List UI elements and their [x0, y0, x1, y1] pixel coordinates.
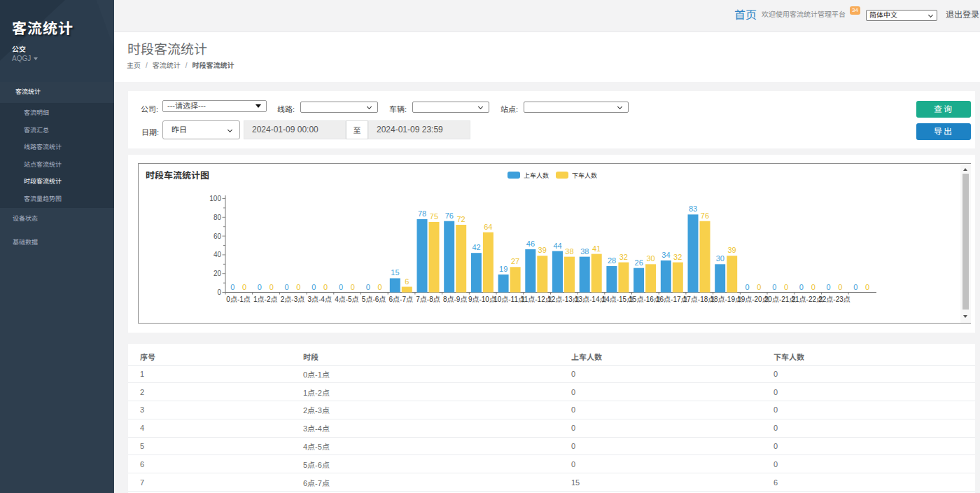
svg-text:38: 38	[565, 247, 573, 256]
svg-text:0: 0	[772, 283, 776, 291]
svg-text:1点-2点: 1点-2点	[253, 296, 277, 303]
svg-text:0: 0	[323, 283, 328, 291]
svg-text:30: 30	[646, 254, 654, 263]
svg-text:0: 0	[799, 283, 804, 291]
svg-text:4点-5点: 4点-5点	[335, 296, 358, 303]
svg-text:0: 0	[745, 283, 749, 291]
svg-text:5点-6点: 5点-6点	[362, 296, 386, 303]
svg-text:0: 0	[242, 283, 246, 291]
svg-text:0: 0	[811, 283, 816, 291]
svg-text:9点-10点: 9点-10点	[468, 296, 496, 303]
svg-text:20: 20	[214, 270, 222, 277]
svg-text:78: 78	[418, 209, 426, 218]
svg-text:42: 42	[472, 243, 480, 251]
svg-text:27: 27	[511, 257, 519, 265]
svg-text:0: 0	[339, 283, 343, 291]
svg-text:30: 30	[716, 254, 724, 263]
svg-text:76: 76	[445, 211, 454, 220]
svg-text:6: 6	[405, 277, 409, 286]
svg-text:0: 0	[757, 283, 761, 291]
svg-text:32: 32	[620, 253, 628, 261]
svg-text:72: 72	[456, 215, 465, 223]
svg-text:0: 0	[217, 289, 221, 296]
svg-text:7点-8点: 7点-8点	[416, 296, 440, 303]
svg-text:0: 0	[366, 283, 370, 291]
svg-text:0: 0	[285, 283, 289, 291]
svg-text:41: 41	[592, 244, 601, 253]
svg-text:0点-1点: 0点-1点	[226, 296, 250, 303]
svg-text:76: 76	[701, 211, 709, 220]
svg-text:3点-4点: 3点-4点	[307, 296, 331, 303]
svg-text:34: 34	[662, 251, 670, 259]
svg-text:0: 0	[853, 283, 858, 291]
svg-text:39: 39	[538, 246, 547, 254]
svg-text:0: 0	[784, 283, 788, 291]
svg-text:26: 26	[635, 258, 643, 267]
svg-text:46: 46	[526, 239, 535, 248]
svg-text:8点-9点: 8点-9点	[443, 296, 467, 303]
svg-text:0: 0	[312, 283, 316, 291]
svg-text:100: 100	[209, 195, 221, 202]
svg-text:0: 0	[827, 283, 831, 291]
svg-text:19: 19	[499, 265, 507, 273]
svg-text:64: 64	[484, 223, 492, 231]
svg-text:0: 0	[377, 283, 382, 291]
svg-text:75: 75	[430, 212, 438, 221]
svg-text:15: 15	[391, 268, 399, 277]
svg-text:32: 32	[673, 253, 682, 261]
svg-text:0: 0	[296, 283, 300, 291]
svg-text:28: 28	[608, 256, 616, 265]
svg-text:0: 0	[270, 283, 274, 291]
svg-text:0: 0	[838, 283, 842, 291]
svg-text:6点-7点: 6点-7点	[389, 296, 413, 303]
svg-text:40: 40	[214, 251, 222, 258]
svg-text:0: 0	[865, 283, 869, 291]
svg-text:38: 38	[580, 247, 589, 256]
svg-text:0: 0	[258, 283, 262, 291]
svg-text:0: 0	[351, 283, 355, 291]
svg-text:22点-23点: 22点-23点	[818, 296, 850, 303]
svg-text:44: 44	[553, 242, 561, 250]
svg-text:0: 0	[230, 283, 234, 291]
svg-text:39: 39	[727, 246, 736, 254]
svg-text:2点-3点: 2点-3点	[281, 296, 304, 303]
svg-text:60: 60	[214, 232, 222, 240]
svg-text:80: 80	[214, 214, 222, 221]
svg-text:83: 83	[689, 204, 697, 213]
